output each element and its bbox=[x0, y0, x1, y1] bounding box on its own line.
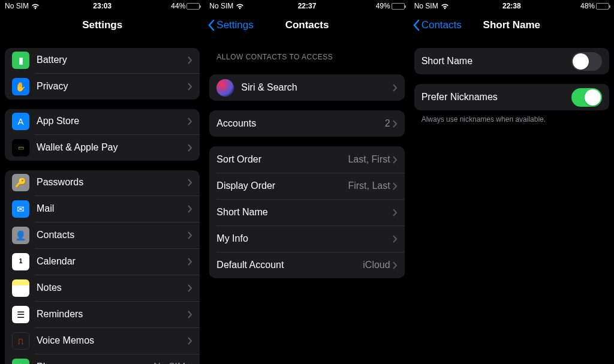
section-footer: Always use nicknames when available. bbox=[410, 110, 614, 124]
row-value: No SIM bbox=[154, 362, 185, 364]
chevron-right-icon bbox=[188, 118, 192, 125]
contacts-icon: 👤 bbox=[12, 227, 29, 244]
chevron-right-icon bbox=[188, 83, 192, 91]
row-label: Battery bbox=[37, 55, 188, 65]
short-name-row[interactable]: Short Name bbox=[209, 199, 404, 225]
carrier-label: No SIM bbox=[5, 2, 29, 10]
row-label: Contacts bbox=[37, 230, 188, 240]
chevron-right-icon bbox=[188, 337, 192, 345]
battery-icon bbox=[392, 3, 405, 10]
wallet-icon: ▭ bbox=[12, 139, 29, 157]
row-label: Short Name bbox=[422, 56, 571, 67]
settings-row-phone[interactable]: ✆ Phone No SIM bbox=[5, 354, 200, 364]
voicememos-icon: ⎍ bbox=[12, 332, 29, 350]
display-order-row[interactable]: Display Order First, Last bbox=[209, 173, 404, 199]
settings-row-contacts[interactable]: 👤 Contacts bbox=[5, 222, 200, 248]
settings-row-mail[interactable]: ✉︎ Mail bbox=[5, 195, 200, 222]
row-label: Wallet & Apple Pay bbox=[37, 142, 188, 153]
row-label: Notes bbox=[37, 282, 188, 293]
prefer-nicknames-toggle-row: Prefer Nicknames bbox=[414, 84, 609, 110]
row-label: Prefer Nicknames bbox=[422, 92, 571, 103]
status-bar: No SIM 22:38 48% bbox=[410, 0, 614, 12]
navbar: Settings bbox=[0, 12, 204, 38]
chevron-left-icon bbox=[413, 19, 420, 31]
siri-icon bbox=[216, 79, 234, 97]
row-value: iCloud bbox=[363, 260, 390, 270]
short-name-settings-screen: No SIM 22:38 48% Contacts Short Name Sho… bbox=[410, 0, 614, 364]
row-label: App Store bbox=[37, 116, 188, 127]
row-label: Privacy bbox=[37, 81, 188, 92]
status-time: 22:38 bbox=[502, 2, 521, 10]
settings-row-passwords[interactable]: 🔑 Passwords bbox=[5, 170, 200, 195]
short-name-toggle-row: Short Name bbox=[414, 48, 609, 74]
chevron-right-icon bbox=[188, 56, 192, 64]
row-label: Sort Order bbox=[216, 154, 348, 165]
settings-row-reminders[interactable]: ☰ Reminders bbox=[5, 301, 200, 327]
settings-row-battery[interactable]: ▮ Battery bbox=[5, 48, 200, 73]
page-title: Contacts bbox=[285, 19, 329, 31]
navbar: Contacts Short Name bbox=[410, 12, 614, 38]
hand-icon: ✋ bbox=[12, 78, 29, 95]
settings-row-notes[interactable]: Notes bbox=[5, 275, 200, 301]
siri-search-row[interactable]: Siri & Search bbox=[209, 74, 404, 101]
page-title: Settings bbox=[82, 19, 122, 31]
row-label: Calendar bbox=[37, 256, 188, 267]
carrier-label: No SIM bbox=[209, 2, 233, 10]
row-label: Display Order bbox=[216, 181, 348, 191]
chevron-right-icon bbox=[188, 258, 192, 266]
battery-pct: 48% bbox=[580, 2, 595, 10]
row-label: Mail bbox=[37, 203, 188, 214]
wifi-icon bbox=[236, 3, 244, 9]
chevron-right-icon bbox=[188, 205, 192, 213]
settings-list[interactable]: ▮ Battery ✋ Privacy A App Store ▭ Wallet… bbox=[0, 38, 204, 364]
section-header: ALLOW CONTACTS TO ACCESS bbox=[204, 53, 409, 65]
page-title: Short Name bbox=[483, 19, 540, 31]
prefer-nicknames-toggle[interactable] bbox=[571, 88, 602, 107]
calendar-icon: 1 bbox=[12, 253, 29, 270]
status-time: 22:37 bbox=[298, 2, 317, 10]
settings-row-appstore[interactable]: A App Store bbox=[5, 109, 200, 134]
chevron-right-icon bbox=[188, 284, 192, 292]
status-bar: No SIM 22:37 49% bbox=[204, 0, 409, 12]
battery-icon: ▮ bbox=[12, 52, 29, 69]
default-account-row[interactable]: Default Account iCloud bbox=[209, 252, 404, 278]
reminders-icon: ☰ bbox=[12, 306, 29, 323]
chevron-right-icon bbox=[393, 120, 398, 128]
battery-icon bbox=[186, 3, 200, 10]
row-value: Last, First bbox=[348, 154, 390, 165]
row-value: 2 bbox=[385, 118, 390, 129]
my-info-row[interactable]: My Info bbox=[209, 225, 404, 252]
row-label: My Info bbox=[216, 233, 390, 244]
row-label: Short Name bbox=[216, 207, 392, 218]
row-label: Default Account bbox=[216, 260, 363, 270]
chevron-right-icon bbox=[393, 84, 398, 92]
contacts-settings-screen: No SIM 22:37 49% Settings Contacts ALLOW… bbox=[204, 0, 409, 364]
settings-row-calendar[interactable]: 1 Calendar bbox=[5, 248, 200, 275]
settings-row-wallet[interactable]: ▭ Wallet & Apple Pay bbox=[5, 134, 200, 161]
settings-row-voicememos[interactable]: ⎍ Voice Memos bbox=[5, 327, 200, 354]
chevron-left-icon bbox=[208, 19, 215, 31]
battery-pct: 44% bbox=[171, 2, 185, 10]
status-bar: No SIM 23:03 44% bbox=[0, 0, 204, 12]
status-time: 23:03 bbox=[93, 2, 112, 10]
short-name-toggle[interactable] bbox=[571, 52, 602, 71]
chevron-right-icon bbox=[188, 231, 192, 239]
back-button[interactable]: Contacts bbox=[413, 19, 462, 31]
back-label: Settings bbox=[216, 19, 253, 31]
chevron-right-icon bbox=[188, 144, 192, 152]
row-value: First, Last bbox=[348, 181, 390, 191]
accounts-row[interactable]: Accounts 2 bbox=[209, 110, 404, 137]
row-label: Voice Memos bbox=[37, 335, 188, 346]
chevron-right-icon bbox=[188, 179, 192, 186]
chevron-right-icon bbox=[188, 311, 192, 318]
battery-pct: 49% bbox=[376, 2, 390, 10]
chevron-right-icon bbox=[393, 261, 398, 269]
sort-order-row[interactable]: Sort Order Last, First bbox=[209, 146, 404, 173]
chevron-right-icon bbox=[393, 235, 398, 243]
back-button[interactable]: Settings bbox=[208, 19, 253, 31]
mail-icon: ✉︎ bbox=[12, 200, 29, 218]
settings-row-privacy[interactable]: ✋ Privacy bbox=[5, 73, 200, 100]
phone-icon: ✆ bbox=[12, 359, 29, 365]
key-icon: 🔑 bbox=[12, 174, 29, 191]
battery-icon bbox=[596, 3, 609, 10]
